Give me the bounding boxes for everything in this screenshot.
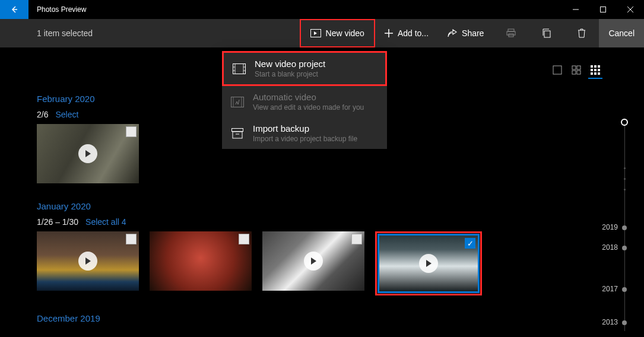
timeline-marker[interactable] bbox=[622, 320, 627, 325]
add-to-label: Add to... bbox=[398, 28, 429, 38]
close-button[interactable] bbox=[617, 0, 644, 19]
date-range-jan: 1/26 – 1/30 bbox=[37, 217, 78, 227]
timeline-scrubber[interactable]: 2019 2018 2017 2013 bbox=[601, 119, 631, 331]
menu-item-import-backup[interactable]: Import backup Import a video project bac… bbox=[222, 117, 387, 149]
thumbnail-checkbox[interactable] bbox=[351, 234, 362, 244]
svg-rect-9 bbox=[233, 132, 242, 138]
add-to-button[interactable]: Add to... bbox=[375, 19, 438, 47]
timeline-tick bbox=[624, 167, 626, 169]
new-video-label: New video bbox=[326, 28, 364, 38]
thumbnail-checkbox-checked[interactable]: ✓ bbox=[465, 238, 475, 249]
delete-button[interactable] bbox=[564, 19, 599, 47]
new-video-dropdown: New video project Start a blank project … bbox=[222, 51, 387, 149]
thumbnail-item[interactable] bbox=[37, 124, 139, 183]
highlighted-thumbnail: ✓ bbox=[375, 231, 482, 295]
menu-item-subtitle: Start a blank project bbox=[255, 70, 325, 78]
plus-icon bbox=[385, 29, 393, 37]
thumbnail-item[interactable] bbox=[262, 231, 364, 291]
svg-rect-5 bbox=[544, 31, 550, 37]
back-button[interactable] bbox=[0, 0, 28, 19]
minimize-button[interactable] bbox=[562, 0, 589, 19]
timeline-year[interactable]: 2013 bbox=[602, 318, 618, 326]
select-link-jan[interactable]: Select all 4 bbox=[85, 217, 126, 227]
back-arrow-icon bbox=[9, 5, 19, 14]
timeline-year[interactable]: 2018 bbox=[602, 243, 618, 252]
month-heading-dec[interactable]: December 2019 bbox=[37, 313, 644, 323]
menu-item-title: Import backup bbox=[253, 123, 357, 133]
menu-item-subtitle: View and edit a video made for you bbox=[253, 103, 364, 112]
menu-item-title: New video project bbox=[255, 59, 325, 69]
film-icon bbox=[232, 62, 246, 76]
new-video-button[interactable]: New video bbox=[300, 19, 375, 47]
thumbnail-checkbox[interactable] bbox=[239, 234, 249, 244]
copy-icon bbox=[542, 28, 551, 38]
menu-item-new-video-project[interactable]: New video project Start a blank project bbox=[222, 51, 387, 86]
play-icon bbox=[78, 252, 97, 271]
toolbar: 1 item selected New video Add to... Shar… bbox=[0, 19, 644, 47]
cancel-label: Cancel bbox=[608, 28, 635, 38]
print-button[interactable] bbox=[493, 19, 529, 47]
svg-rect-2 bbox=[508, 29, 514, 31]
title-bar: Photos Preview bbox=[0, 0, 644, 19]
menu-item-subtitle: Import a video project backup file bbox=[253, 135, 357, 143]
timeline-tick bbox=[624, 189, 626, 190]
copy-button[interactable] bbox=[529, 19, 564, 47]
share-button[interactable]: Share bbox=[438, 19, 493, 47]
thumbnail-item[interactable]: ✓ bbox=[377, 234, 480, 293]
svg-rect-3 bbox=[507, 31, 515, 35]
play-icon bbox=[78, 144, 97, 163]
month-heading-jan[interactable]: January 2020 bbox=[37, 201, 644, 211]
selection-count: 1 item selected bbox=[0, 28, 300, 38]
share-label: Share bbox=[462, 28, 484, 38]
svg-rect-8 bbox=[232, 128, 243, 131]
trash-icon bbox=[578, 28, 586, 38]
thumbnail-checkbox[interactable] bbox=[126, 234, 137, 244]
video-icon bbox=[310, 29, 321, 37]
window-title: Photos Preview bbox=[28, 5, 562, 14]
print-icon bbox=[506, 28, 516, 38]
film-auto-icon bbox=[230, 95, 245, 109]
select-link-feb[interactable]: Select bbox=[55, 110, 78, 119]
svg-rect-0 bbox=[601, 7, 606, 12]
thumbnail-item[interactable] bbox=[150, 231, 252, 291]
menu-item-title: Automatic video bbox=[253, 92, 364, 102]
share-icon bbox=[448, 29, 457, 37]
timeline-year[interactable]: 2017 bbox=[602, 285, 618, 293]
archive-icon bbox=[230, 126, 245, 141]
timeline-handle[interactable] bbox=[621, 119, 628, 126]
thumbnail-checkbox[interactable] bbox=[126, 126, 137, 137]
timeline-marker[interactable] bbox=[622, 225, 627, 230]
cancel-button[interactable]: Cancel bbox=[599, 19, 644, 47]
timeline-marker[interactable] bbox=[622, 287, 627, 292]
play-icon bbox=[419, 254, 438, 273]
menu-item-automatic-video[interactable]: Automatic video View and edit a video ma… bbox=[222, 86, 387, 117]
timeline-marker[interactable] bbox=[622, 246, 627, 250]
maximize-button[interactable] bbox=[589, 0, 617, 19]
date-range-feb: 2/6 bbox=[37, 110, 48, 119]
play-icon bbox=[304, 252, 323, 271]
window-controls bbox=[562, 0, 644, 19]
thumbnail-item[interactable] bbox=[37, 231, 139, 291]
timeline-year[interactable]: 2019 bbox=[602, 223, 618, 231]
timeline-tick bbox=[624, 178, 626, 180]
